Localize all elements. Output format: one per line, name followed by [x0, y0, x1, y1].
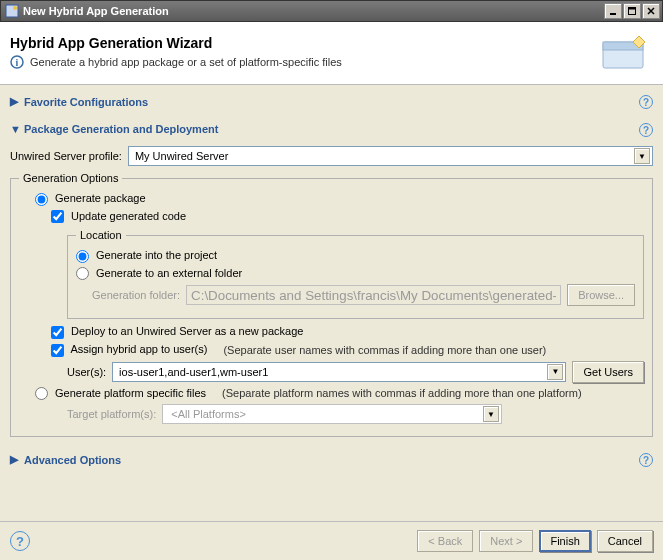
target-platforms-label: Target platform(s):	[67, 408, 156, 420]
section-title: Package Generation and Deployment	[24, 123, 218, 135]
banner-description: Generate a hybrid app package or a set o…	[30, 56, 342, 68]
svg-point-1	[13, 6, 17, 10]
finish-button[interactable]: Finish	[539, 530, 590, 552]
browse-button: Browse...	[567, 284, 635, 306]
unwired-server-profile-combo[interactable]: ▼	[128, 146, 653, 166]
help-icon[interactable]: ?	[639, 123, 653, 137]
users-label: User(s):	[67, 366, 106, 378]
section-advanced-options[interactable]: ▶ Advanced Options	[10, 449, 653, 471]
generate-external-folder-radio[interactable]: Generate to an external folder	[76, 267, 242, 281]
generate-package-radio[interactable]: Generate package	[35, 192, 146, 206]
banner-title: Hybrid App Generation Wizard	[10, 35, 597, 51]
chevron-right-icon: ▶	[10, 453, 20, 466]
cancel-button[interactable]: Cancel	[597, 530, 653, 552]
info-icon: i	[10, 55, 24, 69]
help-icon[interactable]: ?	[639, 95, 653, 109]
generation-folder-label: Generation folder:	[92, 289, 180, 301]
assign-hint: (Separate user names with commas if addi…	[223, 344, 546, 356]
users-input[interactable]	[117, 365, 547, 379]
next-button: Next >	[479, 530, 533, 552]
update-generated-code-checkbox[interactable]: Update generated code	[51, 210, 186, 224]
target-platforms-input	[167, 406, 483, 422]
section-favorite-configurations[interactable]: ▶ Favorite Configurations	[10, 91, 653, 113]
location-legend: Location	[76, 229, 126, 241]
help-button[interactable]: ?	[10, 531, 30, 551]
platform-hint: (Separate platform names with commas if …	[222, 387, 582, 399]
svg-text:i: i	[16, 57, 19, 68]
generate-into-project-radio[interactable]: Generate into the project	[76, 249, 217, 263]
generation-options-group: Generation Options Generate package Upda…	[10, 172, 653, 437]
target-platforms-combo: ▼	[162, 404, 502, 424]
wizard-footer: ? < Back Next > Finish Cancel	[0, 521, 663, 560]
minimize-button[interactable]	[604, 3, 622, 19]
maximize-button[interactable]	[623, 3, 641, 19]
users-combo[interactable]: ▼	[112, 362, 566, 382]
chevron-down-icon: ▼	[483, 406, 499, 422]
banner-image	[597, 30, 653, 74]
svg-rect-2	[610, 13, 616, 15]
generate-platform-specific-radio[interactable]: Generate platform specific files	[35, 387, 206, 401]
wizard-banner: Hybrid App Generation Wizard i Generate …	[0, 22, 663, 85]
unwired-server-profile-input[interactable]	[133, 149, 634, 163]
titlebar: New Hybrid App Generation	[0, 0, 663, 22]
deploy-new-package-checkbox[interactable]: Deploy to an Unwired Server as a new pac…	[51, 325, 303, 339]
back-button: < Back	[417, 530, 473, 552]
location-group: Location Generate into the project Gener…	[67, 229, 644, 319]
generation-options-legend: Generation Options	[19, 172, 122, 184]
chevron-down-icon[interactable]: ▼	[547, 364, 563, 380]
assign-hybrid-app-checkbox[interactable]: Assign hybrid app to user(s)	[51, 343, 207, 357]
section-title: Favorite Configurations	[24, 96, 148, 108]
section-package-generation[interactable]: ▼ Package Generation and Deployment	[10, 119, 653, 140]
chevron-right-icon: ▶	[10, 95, 20, 108]
chevron-down-icon[interactable]: ▼	[634, 148, 650, 164]
close-button[interactable]	[642, 3, 660, 19]
window-title: New Hybrid App Generation	[23, 5, 604, 17]
chevron-down-icon: ▼	[10, 123, 20, 135]
svg-rect-4	[629, 8, 636, 10]
generation-folder-input	[186, 285, 561, 305]
profile-label: Unwired Server profile:	[10, 150, 122, 162]
section-title: Advanced Options	[24, 454, 121, 466]
get-users-button[interactable]: Get Users	[572, 361, 644, 383]
app-icon	[5, 4, 19, 18]
